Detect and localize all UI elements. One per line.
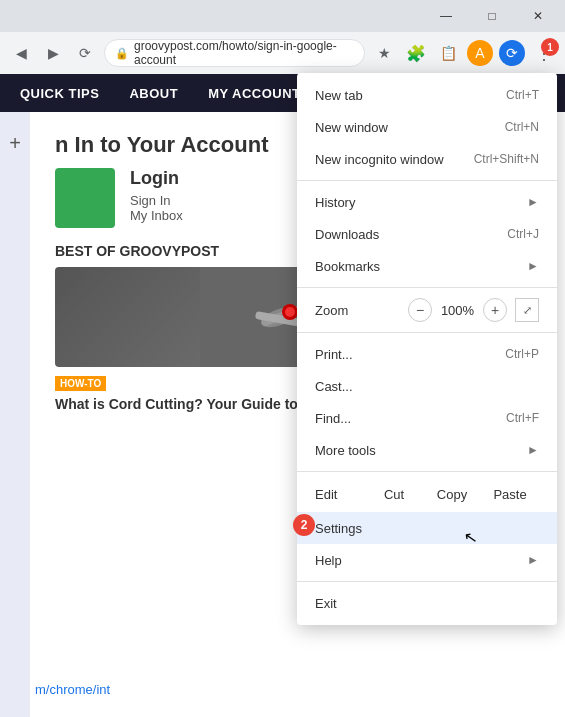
copy-button[interactable]: Copy xyxy=(423,482,481,507)
edit-row: Edit Cut Copy Paste xyxy=(297,477,557,512)
zoom-row: Zoom − 100% + ⤢ xyxy=(297,293,557,327)
nav-my-account[interactable]: MY ACCOUNT xyxy=(208,86,300,101)
menu-item-history[interactable]: History ► xyxy=(297,186,557,218)
minimize-button[interactable]: — xyxy=(423,0,469,32)
left-sidebar: + xyxy=(0,112,30,717)
back-button[interactable]: ◀ xyxy=(8,40,34,66)
menu-item-bookmarks[interactable]: Bookmarks ► xyxy=(297,250,557,282)
separator-4 xyxy=(297,471,557,472)
more-icon[interactable]: ⋮ 1 xyxy=(531,40,557,66)
zoom-plus-button[interactable]: + xyxy=(483,298,507,322)
separator-2 xyxy=(297,287,557,288)
separator-1 xyxy=(297,180,557,181)
cut-button[interactable]: Cut xyxy=(365,482,423,507)
zoom-controls: − 100% + ⤢ xyxy=(408,298,539,322)
zoom-minus-button[interactable]: − xyxy=(408,298,432,322)
menu-item-print[interactable]: Print... Ctrl+P xyxy=(297,338,557,370)
context-menu: New tab Ctrl+T New window Ctrl+N New inc… xyxy=(297,73,557,625)
address-bar[interactable]: 🔒 groovypost.com/howto/sign-in-google-ac… xyxy=(104,39,365,67)
badge-1: 1 xyxy=(541,38,559,56)
maximize-button[interactable]: □ xyxy=(469,0,515,32)
svg-point-7 xyxy=(285,307,295,317)
menu-item-find[interactable]: Find... Ctrl+F xyxy=(297,402,557,434)
menu-item-cast[interactable]: Cast... xyxy=(297,370,557,402)
menu-item-help[interactable]: Help ► xyxy=(297,544,557,576)
separator-5 xyxy=(297,581,557,582)
browser-toolbar: ◀ ▶ ⟳ 🔒 groovypost.com/howto/sign-in-goo… xyxy=(0,32,565,74)
forward-button[interactable]: ▶ xyxy=(40,40,66,66)
separator-3 xyxy=(297,332,557,333)
paste-button[interactable]: Paste xyxy=(481,482,539,507)
google-logo-box xyxy=(55,168,115,228)
zoom-value: 100% xyxy=(440,303,475,318)
menu-item-exit[interactable]: Exit xyxy=(297,587,557,619)
menu-item-incognito[interactable]: New incognito window Ctrl+Shift+N xyxy=(297,143,557,175)
title-bar: — □ ✕ xyxy=(0,0,565,32)
howto-badge: HOW-TO xyxy=(55,376,106,391)
url-text: m/chrome/int xyxy=(35,682,110,697)
reload-button[interactable]: ⟳ xyxy=(72,40,98,66)
menu-item-new-tab[interactable]: New tab Ctrl+T xyxy=(297,79,557,111)
close-button[interactable]: ✕ xyxy=(515,0,561,32)
menu-item-settings[interactable]: Settings 2 xyxy=(297,512,557,544)
plus-icon: + xyxy=(9,132,21,155)
sync-icon[interactable]: ⟳ xyxy=(499,40,525,66)
fullscreen-button[interactable]: ⤢ xyxy=(515,298,539,322)
menu-item-more-tools[interactable]: More tools ► xyxy=(297,434,557,466)
star-icon[interactable]: ★ xyxy=(371,40,397,66)
badge-2: 2 xyxy=(293,514,315,536)
zoom-label: Zoom xyxy=(315,303,348,318)
profile-icon[interactable]: A xyxy=(467,40,493,66)
edit-label: Edit xyxy=(315,487,365,502)
menu-item-downloads[interactable]: Downloads Ctrl+J xyxy=(297,218,557,250)
menu-item-new-window[interactable]: New window Ctrl+N xyxy=(297,111,557,143)
nav-quick-tips[interactable]: QUICK TIPS xyxy=(20,86,99,101)
extensions-icon[interactable]: 🧩 xyxy=(403,40,429,66)
history-icon[interactable]: 📋 xyxy=(435,40,461,66)
nav-about[interactable]: ABOUT xyxy=(129,86,178,101)
